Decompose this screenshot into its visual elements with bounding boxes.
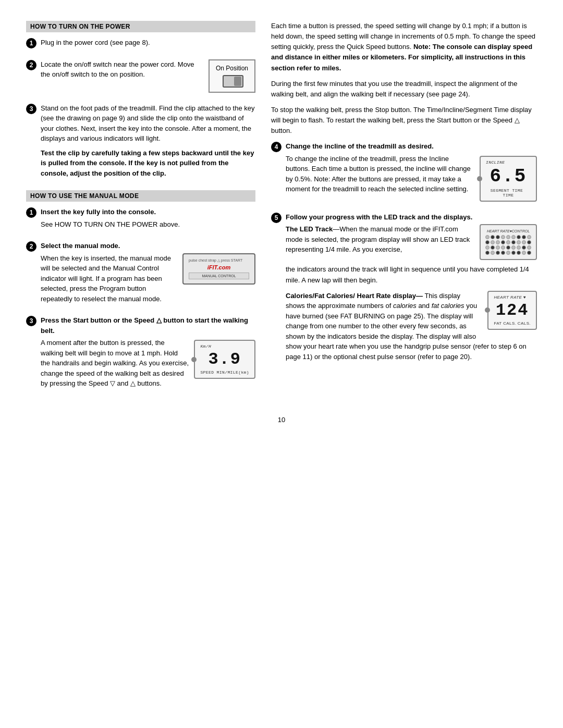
led-dot [527,240,531,244]
power-step1: 1 Plug in the power cord (see page 8). [26,38,255,52]
section-manual-title: HOW TO USE THE MANUAL MODE [26,190,255,202]
right-column: Each time a button is pressed, the speed… [271,21,537,400]
section-power: HOW TO TURN ON THE POWER 1 Plug in the p… [26,21,255,182]
incline-display-number: 6.5 [486,166,531,187]
manual-step2: 2 Select the manual mode. pulse chest st… [26,241,255,308]
led-dot [517,235,521,239]
page-layout: HOW TO TURN ON THE POWER 1 Plug in the p… [26,21,537,400]
heart-rate-top-label: HEART RATE ♥ [494,295,531,300]
led-dot [496,235,500,239]
power-step3-text2: Test the clip by carefully taking a few … [41,148,255,179]
led-track-label: HEART RATE♥CONTROL [486,229,531,233]
led-dot [496,240,500,244]
incline-display: INCLINE 6.5 SEGMENT TIME TIME [480,156,537,202]
display-side-dot [191,357,197,362]
calories-italic2: fat calories [432,302,464,310]
speed-display-bottom-label: SPEED MIN/MILE(km) [200,370,249,375]
incline-bottom-left: SEGMENT TIME [491,188,523,193]
right-step5-title: Follow your progress with the LED track … [286,212,537,223]
led-dot [527,245,531,250]
console-label: MANUAL CONTROL [189,273,249,279]
led-dot [491,245,495,250]
led-dot [496,245,500,250]
manual-step3: 3 Press the Start button or the Speed △ … [26,315,255,393]
section-power-title: HOW TO TURN ON THE POWER [26,21,255,32]
power-step3: 3 Stand on the foot pads of the treadmil… [26,103,255,183]
led-dot [511,251,516,255]
heart-rate-display: HEART RATE ♥ 124 FAT CALS. CALS. [487,291,537,330]
speed-display-number: 3.9 [200,350,249,369]
heart-rate-dot [485,307,490,313]
led-dot [506,240,510,244]
speed-display-top-label: Km/H [200,344,249,349]
page-number: 10 [26,416,537,424]
right-step4-title: Change the incline of the treadmill as d… [286,141,537,152]
led-dot [517,251,521,255]
led-dot [501,251,505,255]
led-dot [491,251,495,255]
manual-step-number-2: 2 [26,241,36,252]
led-dot [522,245,526,250]
led-dot [501,235,505,239]
led-dot [511,240,516,244]
led-track-section: HEART RATE♥CONTROL [286,224,537,264]
led-dot [485,251,489,255]
step-number-2: 2 [26,60,36,70]
power-step3-content: Stand on the foot pads of the treadmill.… [41,103,255,183]
right-step-number-5: 5 [271,213,282,223]
right-step-number-4: 4 [271,142,282,152]
right-step4-content: Change the incline of the treadmill as d… [286,141,537,205]
manual-step1-title: Insert the key fully into the console. [41,207,255,217]
led-dot [527,235,531,239]
led-dot [496,251,500,255]
led-dot [506,245,510,250]
right-step5-content: Follow your progress with the LED track … [286,212,537,366]
led-dot [491,240,495,244]
led-dot [506,235,510,239]
led-dot [501,240,505,244]
power-step1-content: Plug in the power cord (see page 8). [41,38,255,52]
led-dot [527,251,531,255]
led-dot [491,235,495,239]
led-track-bold-title: The LED Track [286,225,333,233]
console-logo: iFIT.com [189,264,249,270]
led-dot [511,235,516,239]
power-step3-text1: Stand on the foot pads of the treadmill.… [41,103,255,144]
led-dot [501,245,505,250]
manual-step1-text: See HOW TO TURN ON THE POWER above. [41,219,255,230]
manual-step3-content: Press the Start button or the Speed △ bu… [41,315,255,393]
led-dot [485,240,489,244]
led-track-display: HEART RATE♥CONTROL [480,224,537,260]
intro-para2: During the first few minutes that you us… [271,79,537,100]
switch-graphic [223,75,243,88]
calories-italic1: calories [393,302,417,310]
led-dot [485,245,489,250]
incline-display-top: INCLINE [486,160,531,165]
power-step2-content: On Position Locate the on/off switch nea… [41,59,255,96]
right-step5: 5 Follow your progress with the LED trac… [271,212,537,366]
incline-display-dot [477,176,482,181]
led-dot [506,251,510,255]
on-position-label: On Position [216,65,248,72]
manual-step-number-1: 1 [26,207,36,218]
left-column: HOW TO TURN ON THE POWER 1 Plug in the p… [26,21,255,400]
speed-display: Km/H 3.9 SPEED MIN/MILE(km) [194,340,255,379]
incline-display-bottom: SEGMENT TIME TIME [486,188,531,198]
manual-step-number-3: 3 [26,316,36,326]
section-manual: HOW TO USE THE MANUAL MODE 1 Insert the … [26,190,255,393]
manual-step2-content: Select the manual mode. pulse chest stra… [41,241,255,308]
led-dot [522,235,526,239]
manual-step1-content: Insert the key fully into the console. S… [41,207,255,233]
led-grid [486,235,531,255]
power-step2: 2 On Position Locate the on/off switch n… [26,59,255,96]
step-number-3: 3 [26,104,36,114]
calories-and: and [418,302,430,310]
incline-bottom-right: TIME [503,193,514,198]
led-dot [522,251,526,255]
led-dot [522,240,526,244]
manual-step2-title: Select the manual mode. [41,241,255,251]
on-position-display: On Position [209,59,255,93]
led-dot [517,245,521,250]
right-step4: 4 Change the incline of the treadmill as… [271,141,537,205]
power-step1-text: Plug in the power cord (see page 8). [41,38,255,48]
